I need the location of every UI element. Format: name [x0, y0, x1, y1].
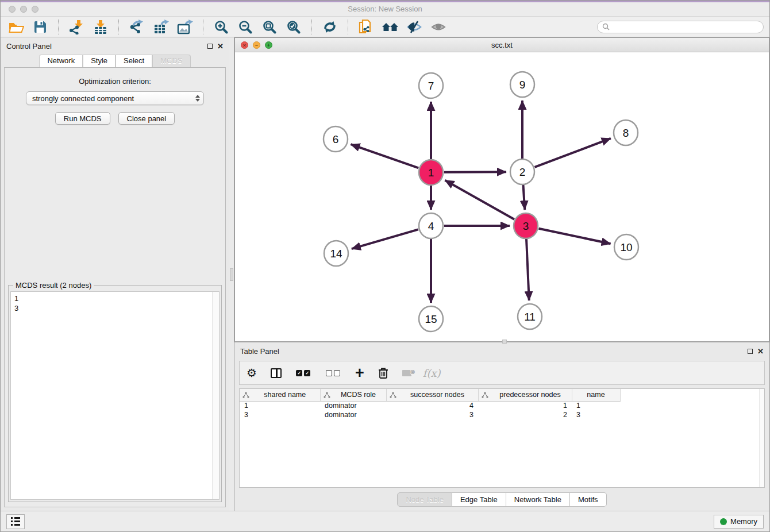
- deselect-all-rows-button[interactable]: [325, 364, 341, 381]
- graph-edge-4-14[interactable]: [352, 229, 418, 249]
- mcds-result-title: MCDS result (2 nodes): [13, 281, 94, 290]
- column-header-mcds-role[interactable]: MCDS role: [320, 389, 386, 401]
- houses-icon: [382, 20, 399, 34]
- task-history-button[interactable]: [6, 514, 25, 529]
- export-table-button[interactable]: [151, 19, 171, 35]
- graph-node-9[interactable]: 9: [510, 72, 534, 97]
- graph-node-3[interactable]: 3: [514, 213, 538, 238]
- export-network-button[interactable]: [127, 19, 147, 35]
- graph-edge-3-10[interactable]: [539, 229, 611, 244]
- create-column-button[interactable]: +: [355, 364, 364, 381]
- cell-successor-nodes[interactable]: 4: [386, 401, 478, 410]
- hierarchy-icon: [324, 392, 330, 398]
- column-header-successor-nodes[interactable]: successor nodes: [386, 389, 478, 401]
- memory-button[interactable]: Memory: [714, 515, 764, 529]
- column-header-predecessor-nodes[interactable]: predecessor nodes: [478, 389, 572, 401]
- run-mcds-button[interactable]: Run MCDS: [55, 112, 110, 125]
- graph-node-6[interactable]: 6: [324, 126, 348, 152]
- table-panel-header: Table Panel ✕: [234, 342, 769, 360]
- graph-edge-1-2[interactable]: [444, 172, 506, 172]
- vertical-splitter[interactable]: [229, 37, 234, 511]
- import-table-button[interactable]: [91, 19, 110, 35]
- graph-edge-2-8[interactable]: [535, 138, 611, 167]
- table-scrollbar[interactable]: [759, 389, 764, 487]
- graph-edge-2-3[interactable]: [523, 185, 525, 210]
- graph-node-7[interactable]: 7: [419, 73, 443, 98]
- show-columns-button[interactable]: [271, 364, 282, 381]
- mcds-result-lines: 1 3: [11, 292, 212, 499]
- tab-select[interactable]: Select: [116, 55, 152, 67]
- table-row[interactable]: 3 dominator 3 2 3: [240, 410, 620, 419]
- tab-edge-table[interactable]: Edge Table: [452, 492, 506, 507]
- zoom-selected-button[interactable]: [284, 19, 303, 35]
- cell-name[interactable]: 3: [572, 410, 620, 419]
- zoom-fit-button[interactable]: [260, 19, 279, 35]
- search-field[interactable]: [597, 21, 764, 33]
- open-folder-icon: [9, 20, 24, 34]
- graph-edge-1-6[interactable]: [351, 144, 418, 168]
- copy-network-icon: [359, 19, 374, 35]
- table-settings-button[interactable]: ⚙: [247, 364, 257, 381]
- criterion-select[interactable]: strongly connected component: [26, 91, 204, 105]
- list-icon: [11, 517, 20, 519]
- graph-node-4[interactable]: 4: [419, 213, 443, 238]
- tab-node-table[interactable]: Node Table: [397, 492, 452, 507]
- cell-predecessor-nodes[interactable]: 1: [478, 401, 572, 410]
- splitter-grip[interactable]: [230, 268, 233, 281]
- cell-shared-name[interactable]: 1: [240, 401, 320, 410]
- new-network-from-selection-button[interactable]: [356, 19, 376, 35]
- graph-node-label: 6: [333, 133, 339, 145]
- first-neighbors-button[interactable]: [380, 19, 400, 35]
- delete-column-button[interactable]: [378, 364, 388, 381]
- graph-node-15[interactable]: 15: [419, 306, 443, 331]
- export-image-button[interactable]: [175, 19, 195, 35]
- float-panel-icon[interactable]: [207, 44, 213, 49]
- close-panel-button[interactable]: Close panel: [118, 112, 175, 125]
- cell-name[interactable]: 1: [572, 401, 620, 410]
- open-session-button[interactable]: [6, 19, 26, 35]
- graph-edge-3-1[interactable]: [445, 180, 514, 219]
- hide-selected-button[interactable]: [405, 19, 424, 35]
- import-table-icon: [93, 20, 108, 34]
- save-session-button[interactable]: [30, 19, 50, 35]
- tab-style[interactable]: Style: [83, 55, 116, 67]
- graph-node-8[interactable]: 8: [614, 120, 638, 145]
- search-input[interactable]: [613, 23, 759, 31]
- graph-node-1[interactable]: 1: [419, 160, 443, 185]
- tab-mcds[interactable]: MCDS: [152, 55, 190, 67]
- import-network-button[interactable]: [67, 19, 86, 35]
- result-scrollbar[interactable]: [212, 292, 219, 499]
- cell-successor-nodes[interactable]: 3: [386, 410, 478, 419]
- column-header-name[interactable]: name: [572, 389, 620, 401]
- mcds-result-box[interactable]: 1 3: [10, 291, 220, 500]
- mcds-result-group: MCDS result (2 nodes) 1 3: [8, 285, 222, 502]
- close-table-panel-icon[interactable]: ✕: [757, 348, 764, 355]
- column-label: successor nodes: [410, 391, 464, 399]
- network-canvas[interactable]: 7968124314101511: [235, 52, 769, 341]
- show-all-button[interactable]: [429, 19, 448, 35]
- graph-node-14[interactable]: 14: [324, 241, 348, 266]
- tab-network-table[interactable]: Network Table: [506, 492, 570, 507]
- float-table-panel-icon[interactable]: [748, 349, 753, 354]
- graph-edge-3-11[interactable]: [526, 239, 529, 300]
- horizontal-splitter-grip[interactable]: [502, 340, 507, 344]
- graph-node-10[interactable]: 10: [614, 234, 638, 260]
- table-row[interactable]: 1 dominator 4 1 1: [240, 401, 620, 410]
- cell-predecessor-nodes[interactable]: 2: [478, 410, 572, 419]
- column-header-shared-name[interactable]: shared name: [240, 389, 320, 401]
- cell-mcds-role[interactable]: dominator: [320, 401, 386, 410]
- select-all-rows-button[interactable]: ✓ ✓: [295, 364, 311, 381]
- zoom-in-button[interactable]: [211, 19, 231, 35]
- tab-network[interactable]: Network: [39, 55, 83, 67]
- zoom-out-button[interactable]: [236, 19, 255, 35]
- export-table-icon: [153, 20, 169, 34]
- toolbar-separator: [311, 20, 312, 34]
- apply-layout-button[interactable]: [320, 19, 340, 35]
- tab-motifs[interactable]: Motifs: [570, 492, 607, 507]
- graph-node-11[interactable]: 11: [518, 304, 542, 329]
- column-label: shared name: [264, 391, 306, 399]
- cell-shared-name[interactable]: 3: [240, 410, 320, 419]
- cell-mcds-role[interactable]: dominator: [320, 410, 386, 419]
- close-panel-icon[interactable]: ✕: [217, 43, 224, 50]
- graph-node-2[interactable]: 2: [510, 159, 534, 184]
